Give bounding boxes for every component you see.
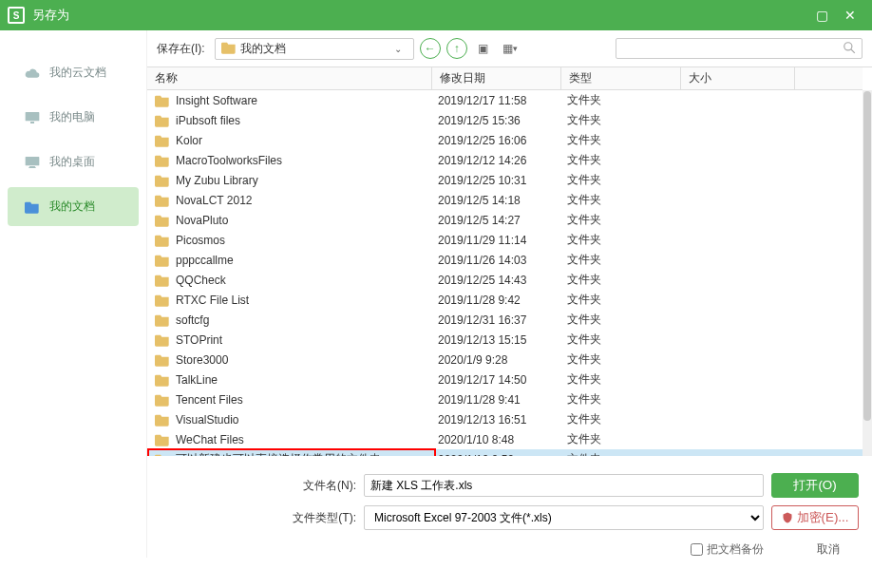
column-headers: 名称 修改日期 类型 大小 <box>147 67 863 90</box>
file-name: Picosmos <box>176 234 438 247</box>
file-name: WeChat Files <box>176 433 438 446</box>
titlebar: S 另存为 ▢ ✕ <box>0 0 872 30</box>
file-date: 2019/11/28 9:41 <box>438 393 567 407</box>
file-name: MacroToolworksFiles <box>176 154 438 167</box>
file-row[interactable]: Insight Software 2019/12/17 11:58 文件夹 <box>147 90 863 110</box>
file-type: 文件夹 <box>567 451 687 456</box>
folder-icon <box>155 294 170 307</box>
file-row[interactable]: STOPrint 2019/12/13 15:15 文件夹 <box>147 330 863 350</box>
file-row[interactable]: RTXC File List 2019/11/28 9:42 文件夹 <box>147 290 863 310</box>
folder-icon <box>155 114 170 127</box>
close-button[interactable]: ✕ <box>836 8 864 23</box>
search-icon <box>843 41 856 57</box>
file-type: 文件夹 <box>567 351 687 368</box>
file-row[interactable]: softcfg 2019/12/31 16:37 文件夹 <box>147 310 863 330</box>
backup-checkbox-input[interactable] <box>691 543 703 556</box>
cloud-icon <box>25 66 40 80</box>
sidebar: 我的云文档 我的电脑 我的桌面 我的文档 <box>0 30 147 558</box>
column-type[interactable]: 类型 <box>561 67 681 89</box>
file-date: 2019/12/5 14:27 <box>438 214 567 227</box>
file-name: STOPrint <box>176 333 438 347</box>
file-date: 2020/1/9 9:28 <box>438 353 567 367</box>
file-type: 文件夹 <box>567 292 687 308</box>
file-date: 2019/11/29 11:14 <box>438 234 567 247</box>
window-title: 另存为 <box>32 7 807 24</box>
file-date: 2019/12/5 15:36 <box>438 114 567 127</box>
file-name: RTXC File List <box>176 294 438 307</box>
location-dropdown[interactable]: 我的文档 ⌄ <box>215 38 414 60</box>
app-logo-icon: S <box>8 7 25 24</box>
file-date: 2019/12/13 15:15 <box>438 333 567 347</box>
file-type: 文件夹 <box>567 152 687 168</box>
file-row[interactable]: Picosmos 2019/11/29 11:14 文件夹 <box>147 230 863 250</box>
file-row[interactable]: TalkLine 2019/12/17 14:50 文件夹 <box>147 370 863 389</box>
file-row[interactable]: MacroToolworksFiles 2019/12/12 14:26 文件夹 <box>147 150 863 170</box>
file-name: QQCheck <box>176 274 438 287</box>
sidebar-item-cloud[interactable]: 我的云文档 <box>8 53 139 92</box>
file-type: 文件夹 <box>567 332 687 348</box>
search-input[interactable] <box>622 42 843 55</box>
file-row[interactable]: NovaLCT 2012 2019/12/5 14:18 文件夹 <box>147 190 863 210</box>
file-type: 文件夹 <box>567 411 687 427</box>
file-row[interactable]: Tencent Files 2019/11/28 9:41 文件夹 <box>147 389 863 409</box>
filename-input[interactable] <box>364 474 764 497</box>
sidebar-item-computer[interactable]: 我的电脑 <box>8 98 139 137</box>
file-name: Store3000 <box>176 353 438 367</box>
file-type: 文件夹 <box>567 252 687 268</box>
shield-icon <box>782 512 793 523</box>
file-row[interactable]: iPubsoft files 2019/12/5 15:36 文件夹 <box>147 110 863 130</box>
file-name: Kolor <box>176 134 438 147</box>
file-type: 文件夹 <box>567 132 687 148</box>
desktop-icon <box>25 156 40 169</box>
file-type: 文件夹 <box>567 312 687 328</box>
toolbar: 保存在(I): 我的文档 ⌄ ← ↑ ▣ ▦ ▾ <box>147 30 872 61</box>
file-name: Tencent Files <box>176 393 438 407</box>
backup-checkbox[interactable]: 把文档备份 <box>691 541 764 558</box>
scrollbar[interactable] <box>863 90 872 456</box>
file-row[interactable]: My Zubu Library 2019/12/25 10:31 文件夹 <box>147 170 863 190</box>
folder-icon <box>155 154 170 167</box>
column-name[interactable]: 名称 <box>147 67 432 89</box>
file-name: NovaPluto <box>176 214 438 227</box>
folder-icon <box>155 433 170 446</box>
file-row[interactable]: VisualStudio 2019/12/13 16:51 文件夹 <box>147 409 863 429</box>
monitor-icon <box>25 111 40 124</box>
file-row[interactable]: Store3000 2020/1/9 9:28 文件夹 <box>147 350 863 370</box>
scrollbar-thumb[interactable] <box>863 91 871 421</box>
file-type: 文件夹 <box>567 112 687 128</box>
folder-icon <box>155 214 170 227</box>
encrypt-button[interactable]: 加密(E)... <box>771 505 859 530</box>
file-row[interactable]: NovaPluto 2019/12/5 14:27 文件夹 <box>147 210 863 230</box>
up-button[interactable]: ↑ <box>446 38 467 59</box>
sidebar-item-label: 我的桌面 <box>49 154 95 170</box>
file-type: 文件夹 <box>567 431 687 447</box>
filetype-select[interactable]: Microsoft Excel 97-2003 文件(*.xls) <box>364 505 764 530</box>
view-button[interactable]: ▦ ▾ <box>500 40 521 57</box>
location-text: 我的文档 <box>240 41 389 57</box>
file-date: 2019/12/12 14:26 <box>438 154 567 167</box>
file-date: 2020/1/10 9:59 <box>438 453 567 457</box>
new-folder-button[interactable]: ▣ <box>473 40 494 57</box>
file-row[interactable]: pppccallme 2019/11/26 14:03 文件夹 <box>147 250 863 270</box>
open-button[interactable]: 打开(O) <box>771 473 859 498</box>
file-name: VisualStudio <box>176 413 438 427</box>
file-date: 2019/12/17 11:58 <box>438 94 567 107</box>
cancel-button[interactable]: 取消 <box>817 541 840 558</box>
file-type: 文件夹 <box>567 232 687 248</box>
folder-icon <box>155 194 170 207</box>
file-type: 文件夹 <box>567 272 687 288</box>
back-button[interactable]: ← <box>420 38 441 59</box>
file-row[interactable]: QQCheck 2019/12/25 14:43 文件夹 <box>147 270 863 290</box>
file-row[interactable]: 可以新建也可以直接选择你常用的文件夹 2020/1/10 9:59 文件夹 <box>147 449 863 456</box>
search-box[interactable] <box>616 38 863 59</box>
file-row[interactable]: Kolor 2019/12/25 16:06 文件夹 <box>147 130 863 150</box>
maximize-button[interactable]: ▢ <box>807 8 836 23</box>
sidebar-item-documents[interactable]: 我的文档 <box>8 187 139 226</box>
file-date: 2019/12/5 14:18 <box>438 194 567 207</box>
file-row[interactable]: WeChat Files 2020/1/10 8:48 文件夹 <box>147 429 863 449</box>
footer: 文件名(N): 打开(O) 文件类型(T): Microsoft Excel 9… <box>147 456 872 538</box>
column-date[interactable]: 修改日期 <box>432 67 561 89</box>
column-size[interactable]: 大小 <box>681 67 795 89</box>
folder-icon <box>155 373 170 387</box>
sidebar-item-desktop[interactable]: 我的桌面 <box>8 142 139 181</box>
